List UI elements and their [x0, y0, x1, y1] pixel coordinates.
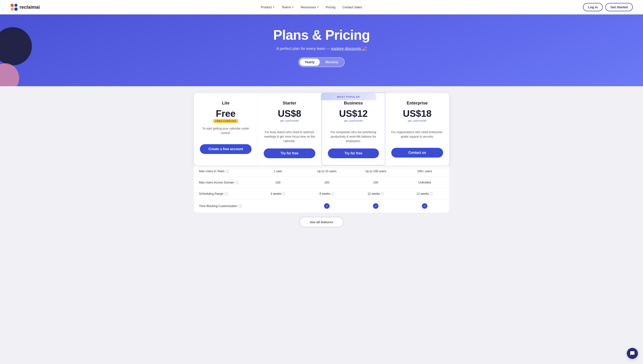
nav-actions: Log In Get Started [583, 3, 633, 11]
feature-label-scheduling: Scheduling Range i [194, 188, 254, 199]
plan-name-business: Business [328, 101, 379, 106]
info-icon[interactable]: i [331, 192, 334, 195]
feature-val-starter-sched: 8 weeks i [302, 188, 351, 199]
plan-enterprise: Enterprise US$18 per user/month For orga… [385, 93, 449, 166]
chevron-down-icon: ▼ [292, 6, 294, 8]
feature-val-lite-sched: 3 weeks i [254, 188, 302, 199]
plan-desc-business: For companies who are prioritizing produ… [328, 130, 379, 143]
feature-val-lite-timeblock [254, 202, 302, 210]
feature-val-business-max-team: Up to 100 users [351, 166, 400, 177]
nav-product[interactable]: Product ▼ [258, 4, 278, 10]
nav-links: Product ▼ Teams ▼ Resources ▼ Pricing Co… [258, 4, 365, 10]
see-all-wrapper: See all features [194, 212, 449, 234]
feature-row-max-users-team: Max Users in Team i 1 user Up to 10 user… [194, 166, 449, 177]
feature-val-enterprise-sched: 12 weeks i [400, 188, 449, 199]
feature-val-enterprise-timeblock: ✓ [400, 200, 449, 212]
nav-pricing[interactable]: Pricing [323, 4, 338, 10]
most-popular-banner: MOST POPULAR [321, 93, 376, 100]
hero-section: Plans & Pricing A perfect plan for every… [0, 14, 643, 86]
svg-rect-3 [15, 8, 18, 10]
feature-val-starter-max-domain: 100 [302, 177, 351, 188]
feature-label-max-users-domain: Max Users Across Domain i [194, 177, 254, 188]
svg-rect-1 [15, 4, 18, 7]
feature-val-lite-max-team: 1 user [254, 166, 302, 177]
feature-val-business-timeblock: ✓ [351, 200, 400, 212]
plan-price-label-enterprise: per user/month [391, 119, 443, 122]
plan-price-label-starter: per user/month [264, 119, 315, 122]
nav-teams[interactable]: Teams ▼ [279, 4, 297, 10]
pricing-cards-wrapper: MOST POPULAR Lite Free FREE FOREVER To s… [194, 93, 449, 234]
pricing-cards: Lite Free FREE FOREVER To start getting … [194, 93, 449, 166]
hero-subtitle: A perfect plan for every team — explore … [4, 46, 639, 51]
feature-row-scheduling: Scheduling Range i 3 weeks i 8 weeks i 1… [194, 188, 449, 199]
feature-val-enterprise-max-team: 100+ users [400, 166, 449, 177]
chat-bubble[interactable] [627, 348, 638, 359]
svg-rect-0 [11, 4, 14, 7]
feature-row-max-users-domain: Max Users Across Domain i 100 100 100 Un… [194, 177, 449, 188]
cta-starter[interactable]: Try for free [264, 148, 315, 158]
login-button[interactable]: Log In [583, 3, 603, 11]
info-icon[interactable]: i [430, 192, 433, 195]
info-icon[interactable]: i [381, 192, 384, 195]
check-icon: ✓ [373, 203, 378, 209]
feature-val-enterprise-max-domain: Unlimited [400, 177, 449, 188]
feature-val-starter-timeblock: ✓ [302, 200, 351, 212]
plan-name-enterprise: Enterprise [391, 101, 443, 106]
plan-badge-lite: FREE FOREVER [213, 119, 238, 123]
check-icon: ✓ [422, 203, 427, 209]
plan-business: Business US$12 per user/month For compan… [321, 92, 385, 166]
chevron-down-icon: ▼ [273, 6, 275, 8]
get-started-button[interactable]: Get Started [605, 3, 633, 11]
billing-toggle: Yearly Monthly [298, 57, 345, 67]
plan-lite: Lite Free FREE FOREVER To start getting … [194, 93, 258, 166]
chevron-down-icon: ▼ [317, 6, 319, 8]
cta-lite[interactable]: Create a free account [200, 144, 252, 154]
feature-label-time-blocking: Time Blocking Customization i [194, 200, 254, 212]
plan-desc-starter: For busy teams who need to optimize meet… [264, 130, 315, 143]
feature-val-business-sched: 12 weeks i [351, 188, 400, 199]
info-icon[interactable]: i [282, 192, 285, 195]
info-icon[interactable]: i [235, 181, 239, 184]
plan-starter: Starter US$8 per user/month For busy tea… [258, 93, 321, 166]
plan-name-lite: Lite [200, 101, 252, 106]
plan-price-starter: US$8 [264, 109, 315, 118]
feature-val-starter-max-team: Up to 10 users [302, 166, 351, 177]
see-all-features-button[interactable]: See all features [299, 217, 344, 227]
plan-desc-enterprise: For organizations who need enterprise-gr… [391, 130, 443, 143]
feature-row-time-blocking: Time Blocking Customization i ✓ ✓ ✓ [194, 199, 449, 212]
explore-discounts-link[interactable]: explore discounts 🎉 [331, 46, 367, 51]
deco-pink-circle [0, 63, 19, 86]
plan-desc-lite: To start getting your calendar under con… [200, 126, 252, 139]
pricing-section: MOST POPULAR Lite Free FREE FOREVER To s… [0, 93, 643, 246]
yearly-toggle[interactable]: Yearly [300, 58, 320, 66]
info-icon[interactable]: i [225, 192, 228, 196]
info-icon[interactable]: i [239, 204, 242, 208]
svg-rect-2 [11, 8, 14, 10]
cta-business[interactable]: Try for free [328, 148, 379, 158]
feature-label-max-users-team: Max Users in Team i [194, 166, 254, 177]
plan-name-starter: Starter [264, 101, 315, 106]
hero-title: Plans & Pricing [4, 27, 639, 43]
cta-enterprise[interactable]: Contact us [391, 148, 443, 158]
feature-val-lite-max-domain: 100 [254, 177, 302, 188]
check-icon: ✓ [324, 203, 330, 209]
feature-val-business-max-domain: 100 [351, 177, 400, 188]
info-icon[interactable]: i [226, 170, 229, 173]
plan-price-business: US$12 [328, 109, 379, 118]
plan-price-enterprise: US$18 [391, 109, 443, 118]
nav-contact-sales[interactable]: Contact Sales [339, 4, 365, 10]
monthly-toggle[interactable]: Monthly [320, 58, 343, 66]
nav-resources[interactable]: Resources ▼ [298, 4, 322, 10]
plan-price-lite: Free [200, 109, 252, 118]
logo-text: reclaimai [20, 4, 40, 10]
navbar: reclaimai Product ▼ Teams ▼ Resources ▼ … [0, 0, 643, 14]
logo[interactable]: reclaimai [10, 4, 40, 11]
plan-price-label-business: per user/month [328, 119, 379, 122]
features-table: Max Users in Team i 1 user Up to 10 user… [194, 166, 449, 212]
